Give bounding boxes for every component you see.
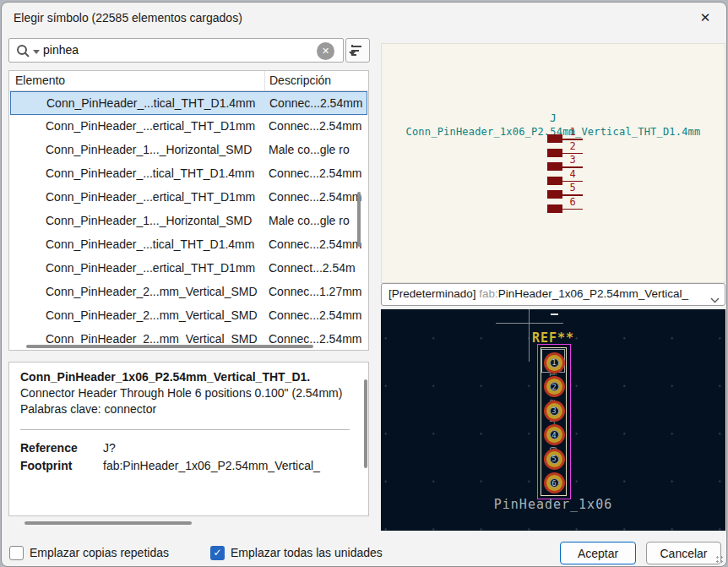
list-vertical-scrollbar[interactable] bbox=[357, 192, 361, 247]
pad: 5 bbox=[550, 455, 559, 464]
detail-separator bbox=[20, 429, 350, 430]
symbol-preview: J Conn_PinHeader_1x06_P2.54mm_Vertical_T… bbox=[381, 43, 725, 283]
option-label: Emplazar copias repetidas bbox=[30, 546, 169, 559]
table-row[interactable]: Conn_PinHeader_...tical_THT_D1.4mmConnec… bbox=[10, 91, 367, 115]
footprint-preview: REF** PinHeader_1x06 1 2 3 4 5 6 PinHead… bbox=[381, 309, 725, 531]
column-divider[interactable] bbox=[264, 71, 265, 90]
sort-button[interactable] bbox=[345, 38, 370, 63]
footprint-default-prefix: [Predeterminado] bbox=[388, 287, 479, 300]
checkbox-checked[interactable]: ✓ bbox=[210, 546, 225, 560]
symbol-reference: J bbox=[382, 112, 725, 124]
detail-field-reference: Reference J? bbox=[20, 440, 360, 456]
footprint-select[interactable]: [Predeterminado] fab:PinHeader_1x06_P2.5… bbox=[381, 283, 725, 306]
search-value: pinhea bbox=[43, 43, 79, 57]
table-row[interactable]: Conn_PinHeader_...tical_THT_D1.4mmConnec… bbox=[10, 162, 367, 186]
table-row[interactable]: Conn_PinHeader_...tical_THT_D1.4mmConnec… bbox=[10, 233, 367, 257]
detail-symbol-name: Conn_PinHeader_1x06_P2.54mm_Vertical_THT… bbox=[20, 369, 360, 385]
pad: 4 bbox=[550, 430, 559, 439]
details-horizontal-scrollbar[interactable] bbox=[24, 521, 192, 525]
table-row[interactable]: Conn_PinHeader_...ertical_THT_D1mmConnec… bbox=[10, 186, 367, 210]
cancel-button[interactable]: Cancelar bbox=[646, 542, 721, 564]
close-icon[interactable]: ✕ bbox=[691, 6, 720, 30]
footprint-lib: fab: bbox=[479, 287, 498, 300]
footprint-name: PinHeader_1x06_P2.54mm_Vertical_ bbox=[498, 287, 688, 300]
search-input[interactable]: pinhea ✕ bbox=[8, 38, 344, 63]
list-header: Elemento Descripción bbox=[9, 71, 368, 91]
search-filter-arrow-icon bbox=[33, 50, 40, 54]
list-horizontal-scrollbar[interactable] bbox=[26, 345, 313, 348]
details-vertical-scrollbar[interactable] bbox=[364, 379, 367, 468]
option-place-all-units[interactable]: ✓ Emplazar todas las unidades bbox=[210, 544, 383, 561]
chevron-down-icon bbox=[710, 292, 720, 306]
table-row[interactable]: Conn_PinHeader_2...mm_Vertical_SMDConnec… bbox=[10, 304, 367, 328]
symbol-list: Elemento Descripción Conn_PinHeader_...t… bbox=[8, 70, 369, 351]
column-header-descripcion[interactable]: Descripción bbox=[269, 74, 331, 87]
table-row[interactable]: Conn_PinHeader_...ertical_THT_D1mmConnec… bbox=[10, 115, 367, 139]
resize-grip[interactable] bbox=[715, 555, 724, 564]
detail-description: Connector Header Through Hole 6 position… bbox=[20, 385, 360, 401]
accept-button[interactable]: Aceptar bbox=[560, 542, 636, 564]
dialog-title: Elegir símbolo (22585 elementos cargados… bbox=[14, 11, 242, 25]
list-rows: Conn_PinHeader_...tical_THT_D1.4mmConnec… bbox=[9, 91, 368, 350]
table-row[interactable]: Conn_PinHeader_1..._Horizontal_SMDMale c… bbox=[10, 139, 367, 162]
title-bar: Elegir símbolo (22585 elementos cargados… bbox=[2, 3, 726, 31]
footprint-label: PinHeader_1x06 bbox=[381, 497, 725, 512]
table-row[interactable]: Conn_PinHeader_...ertical_THT_D1mmConnec… bbox=[10, 257, 367, 281]
clear-search-icon[interactable]: ✕ bbox=[317, 42, 334, 60]
pad: 6 bbox=[550, 478, 559, 488]
pad: 1 bbox=[550, 358, 559, 368]
detail-keywords: Palabras clave: connector bbox=[20, 401, 360, 417]
choose-symbol-dialog: Elegir símbolo (22585 elementos cargados… bbox=[1, 2, 727, 567]
symbol-details-panel: Conn_PinHeader_1x06_P2.54mm_Vertical_THT… bbox=[8, 362, 369, 516]
search-icon[interactable] bbox=[16, 44, 40, 58]
pad: 2 bbox=[550, 382, 559, 391]
column-header-elemento[interactable]: Elemento bbox=[15, 74, 65, 87]
option-label: Emplazar todas las unidades bbox=[231, 546, 383, 559]
option-place-repeated-copies[interactable]: Emplazar copias repetidas bbox=[9, 544, 169, 561]
checkbox-unchecked[interactable] bbox=[9, 546, 24, 560]
table-row[interactable]: Conn_PinHeader_2...mm_Vertical_SMDConnec… bbox=[10, 281, 367, 304]
table-row[interactable]: Conn_PinHeader_1..._Horizontal_SMDMale c… bbox=[10, 210, 367, 233]
pad: 3 bbox=[550, 406, 559, 416]
detail-field-footprint: Footprint fab:PinHeader_1x06_P2.54mm_Ver… bbox=[20, 458, 360, 474]
